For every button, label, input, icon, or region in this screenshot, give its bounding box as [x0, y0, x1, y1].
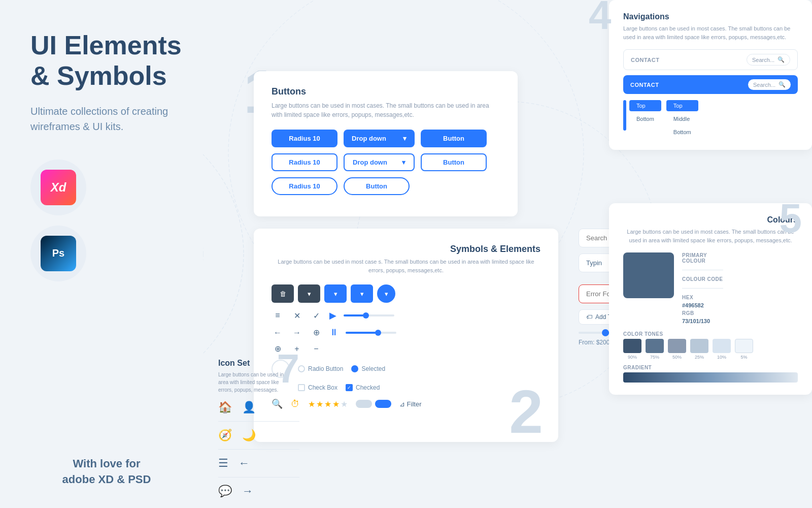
search-pill-text-2: Search... — [753, 82, 775, 88]
slider-2[interactable] — [346, 332, 396, 334]
symbols-desc: Large buttons can be used in most case s… — [272, 258, 540, 274]
colour-tones-label: COLOR TONES — [623, 331, 798, 337]
vert-nav-top-2[interactable]: Top — [666, 100, 698, 111]
tone-50: 50% — [668, 339, 686, 360]
nav-contact-1: CONTACT — [631, 57, 659, 63]
icon-pair-1: 🏠 👤 — [218, 401, 299, 414]
radio-selected: Selected — [351, 365, 385, 372]
vert-nav-col-1: Top Bottom — [623, 100, 661, 138]
icon-pair-3: ☰ ← — [218, 457, 299, 470]
colours-desc: Large buttons can be used in most cases.… — [623, 228, 798, 244]
chevron-down-icon-2: ▾ — [402, 158, 405, 166]
btn-radius10-rounded[interactable]: Radius 10 — [272, 177, 337, 195]
main-content: 1 Buttons Large buttons can be used in m… — [203, 0, 812, 508]
menu-lines-icon: ☰ — [218, 457, 228, 470]
nav-bar-blue: CONTACT Search... 🔍 — [623, 75, 798, 94]
ps-icon-circle: Ps — [30, 226, 86, 281]
play-icon: ▶ — [329, 310, 336, 321]
tone-25: 25% — [690, 339, 708, 360]
vert-nav-middle-2[interactable]: Middle — [666, 113, 698, 124]
arrow-left-icon: ← — [239, 457, 250, 470]
search-pill-1[interactable]: Search... 🔍 — [747, 54, 790, 66]
checkbox-checked: ✓ Checked — [346, 384, 380, 391]
xd-icon: Xd — [41, 170, 76, 205]
tone-5: 5% — [735, 339, 753, 360]
vert-nav-bottom-1[interactable]: Bottom — [629, 113, 661, 124]
tag-icon: 🏷 — [586, 313, 592, 321]
vert-nav-top-1[interactable]: Top — [629, 100, 661, 111]
icon-chevron-btn[interactable]: ▾ — [298, 284, 320, 303]
buttons-desc: Large buttons can be used in most cases.… — [272, 101, 500, 119]
zoom-icon: ⊕ — [310, 328, 322, 337]
tone-75: 75% — [646, 339, 664, 360]
filter-icon: ⊿ Filter — [399, 400, 422, 408]
btn-dropdown-outline[interactable]: Drop down ▾ — [344, 153, 415, 171]
buttons-title: Buttons — [272, 86, 500, 97]
toggle-switches — [356, 400, 391, 408]
slider-1[interactable] — [344, 314, 394, 316]
hero-title: UI Elements & Symbols — [30, 30, 182, 91]
btn-dropdown-primary[interactable]: Drop down ▾ — [344, 130, 415, 147]
icon-set-number: 7 — [277, 348, 300, 389]
back-icon: ← — [272, 328, 284, 337]
user-icon: 👤 — [242, 401, 256, 414]
hero-subtitle: Ultimate collections of creatingwirefram… — [30, 104, 168, 134]
button-row-primary: Radius 10 Drop down ▾ Button — [272, 130, 500, 147]
btn-button-outline[interactable]: Button — [421, 153, 487, 171]
hex-label: HEX — [682, 295, 723, 300]
icon-chevron-btn-blue2[interactable]: ▾ — [351, 284, 373, 303]
buttons-section: 1 Buttons Large buttons can be used in m… — [254, 71, 518, 216]
btn-button-primary[interactable]: Button — [421, 130, 487, 147]
colour-tones: 90% 75% 50% 25% 10% 5% — [623, 339, 798, 360]
search-pill-text-1: Search... — [752, 57, 774, 63]
vert-nav-items-1: Top Bottom — [629, 100, 661, 138]
nav-desc: Large buttons can be used in most cases.… — [623, 24, 798, 41]
colour-info: PRIMARYCOLOUR COLOUR CODE HEX #496582 RG… — [682, 252, 723, 324]
nav-bar-white: CONTACT Search... 🔍 — [623, 49, 798, 70]
vert-accent-1 — [623, 100, 626, 131]
menu-icon: ≡ — [272, 311, 284, 320]
ps-icon: Ps — [41, 236, 76, 271]
gradient-label: GRADIENT — [623, 365, 798, 370]
colours-section: 5 Colours Large buttons can be used in m… — [609, 203, 812, 395]
radio-selected-label: Selected — [361, 365, 385, 372]
icon-chevron-btn-blue[interactable]: ▾ — [324, 284, 347, 303]
btn-button-rounded[interactable]: Button — [344, 177, 410, 195]
button-row-outline: Radius 10 Drop down ▾ Button — [272, 153, 500, 171]
colour-swatch-primary — [623, 252, 674, 298]
left-panel: UI Elements & Symbols Ultimate collectio… — [0, 0, 203, 508]
primary-colour-label: PRIMARYCOLOUR — [682, 252, 723, 264]
nav-number: 4 — [589, 0, 612, 36]
tone-10: 10% — [713, 339, 731, 360]
chat-icon: 💬 — [218, 485, 232, 498]
search-pill-2[interactable]: Search... 🔍 — [748, 79, 791, 90]
rgb-value: 73/101/130 — [682, 318, 723, 324]
bottom-text: With love foradobe XD & PSD — [62, 456, 151, 488]
nav-title: Navigations — [623, 12, 798, 21]
arrow-right-icon: → — [242, 485, 253, 498]
gradient-bar — [623, 372, 798, 383]
colour-main: PRIMARYCOLOUR COLOUR CODE HEX #496582 RG… — [623, 252, 798, 324]
vertical-nav: Top Bottom Top Middle Bottom — [623, 100, 798, 138]
controls-row-1: ≡ ✕ ✓ ▶ — [272, 310, 540, 321]
icon-trash-btn[interactable]: 🗑 — [272, 284, 294, 303]
compass-icon: 🧭 — [218, 429, 232, 442]
hex-value: #496582 — [682, 302, 723, 308]
vert-nav-items-2: Top Middle Bottom — [666, 100, 698, 138]
icon-pair-4: 💬 → — [218, 485, 299, 498]
rgb-label: RGB — [682, 310, 723, 316]
vert-nav-bottom-2[interactable]: Bottom — [666, 126, 698, 138]
colour-code-label: COLOUR CODE — [682, 276, 723, 282]
btn-radius10-primary[interactable]: Radius 10 — [272, 130, 337, 147]
close-icon: ✕ — [291, 311, 303, 321]
nav-contact-2: CONTACT — [630, 82, 659, 88]
search-pill-icon-1: 🔍 — [777, 56, 785, 63]
symbols-title: Symbols & Elements — [272, 244, 540, 255]
icon-chevron-circle-btn[interactable]: ▾ — [377, 284, 395, 303]
chevron-down-icon: ▾ — [403, 135, 407, 142]
range-from-label: From: $200 — [579, 339, 610, 346]
button-row-rounded: Radius 10 Button — [272, 177, 500, 195]
btn-radius10-outline[interactable]: Radius 10 — [272, 153, 337, 171]
vert-nav-col-2: Top Middle Bottom — [666, 100, 698, 138]
tone-90: 90% — [623, 339, 641, 360]
